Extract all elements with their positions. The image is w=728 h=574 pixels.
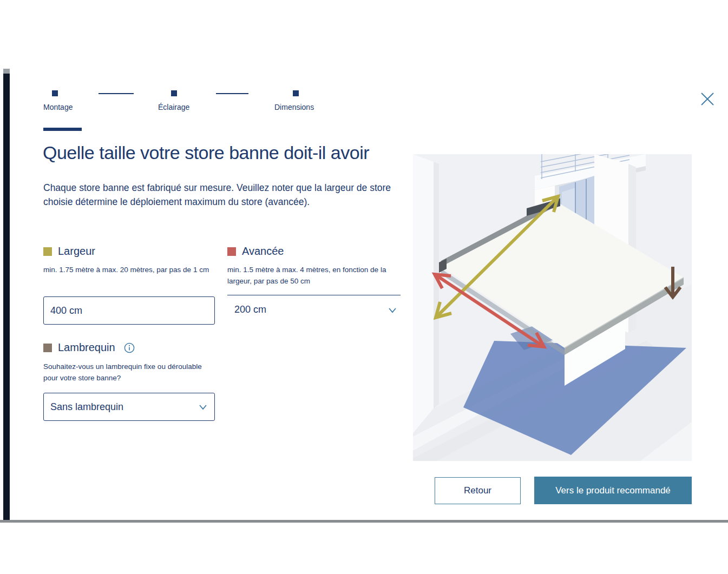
background-page-sliver [3,69,10,521]
largeur-label: Largeur [58,245,95,258]
step-label-montage[interactable]: Montage [43,103,73,111]
avancee-color-swatch [227,247,236,256]
step-connector [99,93,134,94]
submit-button[interactable]: Vers le produit recommandé [534,477,692,504]
page-title: Quelle taille votre store banne doit-il … [43,142,411,163]
avancee-label: Avancée [242,245,284,258]
step-label-eclairage[interactable]: Éclairage [158,103,189,111]
step-marker-eclairage[interactable] [171,90,177,96]
lambrequin-select-value: Sans lambrequin [50,401,123,413]
step-marker-montage[interactable] [52,90,58,96]
back-button[interactable]: Retour [435,477,521,504]
awning-3d-preview [413,154,692,461]
lambrequin-color-swatch [43,344,52,352]
active-step-underline [43,128,82,131]
largeur-label-row: Largeur [43,245,95,258]
configurator-modal: Montage Éclairage Dimensions Quelle tail… [0,0,728,574]
info-circle-icon[interactable] [124,342,135,353]
avancee-helper-text: min. 1.5 mètre à max. 4 mètres, en fonct… [227,264,402,287]
avancee-label-row: Avancée [227,245,284,258]
largeur-input[interactable] [43,296,215,325]
lambrequin-select[interactable]: Sans lambrequin [43,393,215,421]
lambrequin-label-row: Lambrequin [43,341,135,354]
chevron-down-icon [197,401,209,413]
close-icon[interactable] [699,90,716,108]
background-page-sliver-cap [3,69,10,74]
lambrequin-label: Lambrequin [58,341,115,354]
page-bottom-edge [0,520,728,523]
step-marker-dimensions[interactable] [293,90,299,96]
largeur-color-swatch [43,247,52,256]
largeur-helper-text: min. 1.75 mètre à max. 20 mètres, par pa… [43,264,217,275]
step-label-dimensions[interactable]: Dimensions [274,103,314,111]
avancee-select[interactable]: 200 cm [227,295,401,324]
avancee-select-value: 200 cm [234,304,266,315]
step-connector [216,93,248,94]
chevron-down-icon [386,304,398,316]
lambrequin-helper-text: Souhaitez-vous un lambrequin fixe ou dér… [43,361,208,384]
page-description: Chaque store banne est fabriqué sur mesu… [43,181,398,209]
